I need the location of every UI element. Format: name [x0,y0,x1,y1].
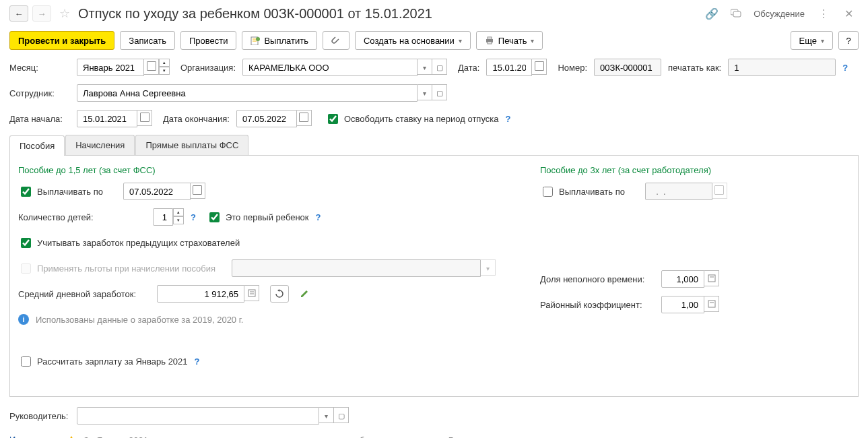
region-coef-input[interactable] [666,299,700,311]
release-rate-label: Освободить ставку на период отпуска [344,114,499,124]
number-label: Номер: [558,63,587,73]
more-button[interactable]: Еще ▾ [791,31,833,50]
help-icon[interactable]: ? [842,63,848,73]
favorite-icon[interactable]: ☆ [59,6,70,21]
attach-button[interactable] [323,31,349,50]
tab-benefits[interactable]: Пособия [9,135,65,156]
print-button[interactable]: Печать ▾ [476,31,543,50]
date-calendar-icon[interactable] [532,59,547,75]
avg-daily-calc-icon[interactable] [244,285,259,301]
month-up[interactable]: ▴ [159,59,170,67]
kebab-menu-icon[interactable]: ⋮ [813,7,835,20]
calendar-icon[interactable] [144,59,159,75]
create-based-on-button[interactable]: Создать на основании ▾ [355,31,471,50]
calc-salary-label: Рассчитать зарплату за Январь 2021 [37,356,188,367]
region-coef-calc-icon[interactable] [704,296,719,312]
children-down[interactable]: ▾ [173,216,184,224]
benefits-disabled-checkbox [21,263,31,274]
parttime-label: Доля неполного времени: [540,274,655,284]
print-as-label: печатать как: [668,63,721,73]
edit-pencil-icon[interactable] [300,289,309,299]
discussion-link[interactable]: Обсуждение [749,9,809,19]
pay-until-3-date [650,186,708,197]
benefit-15-title: Пособие до 1,5 лет (за счет ФСС) [18,165,500,175]
parttime-calc-icon[interactable] [704,270,719,286]
svg-rect-10 [708,275,715,282]
pay-label: Выплатить [264,36,308,46]
date-input[interactable] [491,62,527,73]
svg-rect-7 [248,290,255,296]
calc-salary-help-icon[interactable]: ? [195,356,200,367]
help-button[interactable]: ? [838,31,859,50]
printer-icon [485,36,494,45]
earnings-info-text: Использованы данные о заработке за 2019,… [36,315,243,325]
create-based-label: Создать на основании [364,36,455,46]
back-button[interactable]: ← [9,5,28,22]
children-help-icon[interactable]: ? [191,212,196,222]
end-date-input[interactable] [241,113,292,125]
pay-until-3-checkbox[interactable] [543,187,553,197]
children-up[interactable]: ▴ [173,208,184,216]
org-open[interactable] [432,59,447,75]
link-icon[interactable]: 🔗 [701,7,723,20]
save-button[interactable]: Записать [120,31,175,50]
employee-open[interactable] [432,84,447,100]
pay-until-15-date[interactable] [128,186,186,197]
pay-button[interactable]: Выплатить [242,31,317,50]
pay-until-15-checkbox[interactable] [21,187,31,197]
org-label: Организация: [180,63,236,73]
start-calendar-icon[interactable] [137,110,152,126]
svg-rect-6 [488,42,492,44]
manager-dropdown[interactable] [319,407,334,423]
release-rate-checkbox[interactable] [328,114,338,124]
chevron-down-icon: ▾ [821,37,824,44]
pay-until-3-calendar-icon [712,183,727,199]
post-button[interactable]: Провести [180,31,237,50]
tab-direct-fss[interactable]: Прямые выплаты ФСС [135,135,248,155]
org-dropdown[interactable] [418,59,432,75]
manager-input[interactable] [81,410,314,422]
refresh-button[interactable] [270,285,289,303]
parttime-input[interactable] [666,274,700,285]
region-coef-label: Районный коэффициент: [540,300,655,310]
start-date-label: Дата начала: [9,114,70,124]
svg-rect-12 [708,301,715,307]
manager-label: Руководитель: [9,411,70,421]
start-date-input[interactable] [81,113,133,125]
tab-accruals[interactable]: Начисления [65,135,135,155]
more-label: Еще [799,36,817,46]
prev-insurers-checkbox[interactable] [21,238,31,248]
benefit-3-title: Пособие до 3х лет (за счет работодателя) [540,165,850,175]
svg-point-3 [256,37,260,41]
close-icon[interactable]: ✕ [839,7,859,20]
pay-until-15-calendar-icon[interactable] [191,183,205,199]
end-calendar-icon[interactable] [297,110,312,126]
svg-rect-1 [733,11,741,17]
print-as-field [733,62,831,73]
chevron-down-icon: ▾ [459,37,462,44]
discussion-icon[interactable] [727,9,745,18]
prev-insurers-label: Учитывать заработок предыдущих страховат… [37,238,240,248]
pay-until-3-label: Выплачивать по [559,187,625,197]
paperclip-icon [331,36,341,45]
first-child-checkbox[interactable] [209,212,220,222]
page-title: Отпуск по уходу за ребенком 00ЗК-000001 … [78,6,697,22]
avg-daily-label: Средний дневной заработок: [18,289,146,299]
avg-daily-input[interactable] [162,288,240,300]
manager-open[interactable] [334,407,349,423]
pay-until-15-label: Выплачивать по [37,187,103,197]
month-input[interactable] [81,62,139,73]
post-and-close-button[interactable]: Провести и закрыть [9,31,114,50]
fix-link[interactable]: Исправить [9,435,53,438]
pay-icon [251,36,260,45]
employee-dropdown[interactable] [418,84,432,100]
org-input[interactable] [247,62,413,73]
month-down[interactable]: ▾ [159,67,170,75]
first-child-help-icon[interactable]: ? [316,212,321,222]
warning-text: За Январь 2021 г уже проведены выплата и… [84,435,690,438]
calc-salary-checkbox[interactable] [21,356,31,367]
forward-button: → [32,5,51,22]
employee-input[interactable] [81,88,413,99]
children-count-input[interactable] [158,212,168,223]
release-help-icon[interactable]: ? [505,114,510,124]
